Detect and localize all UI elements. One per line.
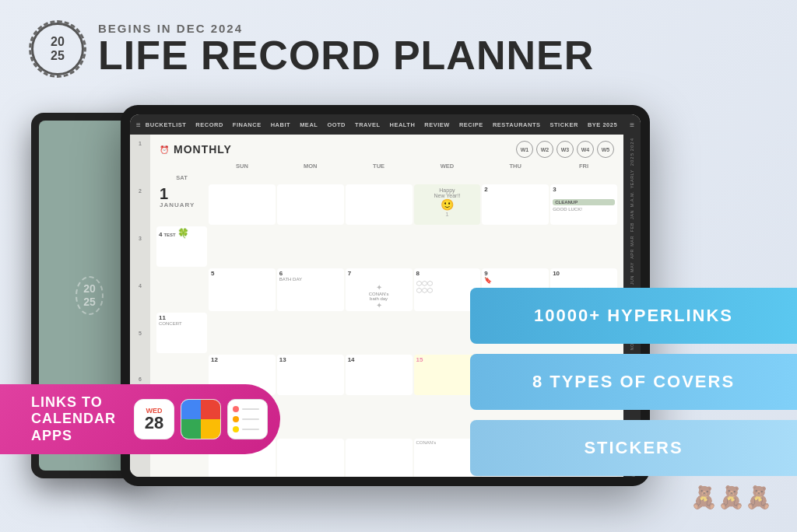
nav-record[interactable]: RECORD (195, 121, 223, 128)
nav-ootd[interactable]: OOTD (327, 121, 346, 128)
sidebar-num-3: 3 (139, 236, 142, 241)
nav-bye2025[interactable]: BYE 2025 (588, 121, 617, 128)
reminder-dot-orange (233, 416, 239, 422)
gcal-q2 (201, 400, 220, 419)
app-icons: WED 28 (134, 399, 268, 439)
promo-pink-banner: LINKS TOCALENDAR APPS WED 28 (0, 384, 280, 454)
day-header-sat: SAT (156, 173, 207, 183)
cleanup-badge: CLEANUP (553, 199, 615, 205)
menu-icon: ≡ (136, 121, 141, 129)
nav-review[interactable]: REVIEW (424, 121, 450, 128)
reminder-line-1 (242, 408, 259, 410)
stickers-text: STICKERS (584, 438, 683, 458)
header-title: LIFE RECORD PLANNER (98, 35, 594, 75)
cal-day-num: 28 (145, 415, 163, 432)
week-pill-w5[interactable]: W5 (597, 141, 614, 158)
sat-num: 4 (159, 231, 162, 238)
day-header-fri: FRI (550, 161, 617, 171)
reminder-dot-red (233, 406, 239, 412)
reminder-line-3 (242, 429, 259, 430)
cal-cell-tue-3: 14 (346, 355, 413, 395)
nav-travel[interactable]: TRAVEL (355, 121, 380, 128)
covers-text: 8 TYPES OF COVERS (532, 372, 735, 392)
cal-label-num: 1 (160, 186, 204, 201)
cal-cell-sun (209, 184, 276, 225)
month-apr: APR (630, 249, 634, 259)
monthly-title: MONTHLY (174, 143, 232, 156)
cal-cell-mon (277, 184, 344, 225)
wed-num: 1 (445, 211, 448, 218)
cal-cell-sat-1: 4 TEST 🍀 (156, 226, 207, 267)
smiley-icon: 🙂 (416, 198, 479, 211)
sidebar-num-2: 2 (139, 188, 142, 194)
nav-habit[interactable]: HABIT (271, 121, 290, 128)
hyperlinks-text: 10000+ HYPERLINKS (534, 306, 733, 326)
cal-cell-wed-1: HappyNew Year!! 🙂 1 (414, 184, 481, 225)
nav-more-icon: ≡ (630, 121, 634, 129)
nav-health[interactable]: HEALTH (390, 121, 416, 128)
nav-restaurants[interactable]: RESTAURANTS (493, 121, 541, 128)
week-pill-w3[interactable]: W3 (556, 141, 574, 158)
gcal-q3 (181, 419, 201, 439)
nav-bucketlist[interactable]: BUCKETLIST (146, 121, 187, 128)
header: 2025 BEGINS IN DEC 2024 LIFE RECORD PLAN… (31, 22, 594, 75)
thu-num: 2 (484, 186, 487, 193)
month-mar: MAR (630, 236, 634, 247)
sidebar-num-6: 6 (139, 376, 142, 382)
month-yearly: YEARLY (630, 170, 634, 188)
cal-cell-tue-4 (346, 439, 413, 477)
conan-bath: CONAN'sbath day (348, 292, 410, 301)
concert-text: CONCERT (159, 321, 205, 326)
week-pill-w1[interactable]: W1 (516, 141, 533, 158)
planner-nav: ≡ BUCKETLIST RECORD FINANCE HABIT MEAL O… (130, 114, 641, 135)
month-jan: JAN (630, 210, 634, 219)
cal-label-2 (156, 268, 207, 311)
happy-text: HappyNew Year!! (416, 187, 479, 198)
bath-day: BATH DAY (279, 277, 342, 282)
wed2-dots: ⬡⬡⬡⬡⬡⬡ (416, 280, 479, 294)
header-text: BEGINS IN DEC 2024 LIFE RECORD PLANNER (98, 22, 594, 75)
apple-calendar-icon: WED 28 (134, 399, 174, 439)
fri-num: 3 (553, 186, 556, 193)
plus-icon: ✦ (348, 283, 410, 292)
cal-row-1: 1 JANUARY HappyNew Year!! 🙂 1 (156, 184, 617, 267)
day-header-wed: WED (414, 161, 481, 171)
cal-cell-tue-2: 7 ✦ CONAN'sbath day ✦ (346, 268, 413, 311)
google-calendar-icon (181, 399, 221, 439)
nav-meal[interactable]: MEAL (300, 121, 318, 128)
nav-finance[interactable]: FINANCE (233, 121, 262, 128)
month-feb: FEB (630, 222, 634, 232)
monthly-header: ⏰ MONTHLY W1 W2 W3 W4 W5 (150, 135, 623, 161)
year-2024: 2024 (630, 138, 634, 151)
cal-cell-fri-1: 3 CLEANUP GOOD LUCK! (550, 184, 617, 225)
day-header-tue: TUE (346, 161, 413, 171)
cal-label-january: 1 JANUARY (156, 184, 207, 225)
month-jun: JUN (630, 275, 634, 285)
plus-icon-2: ✦ (348, 301, 410, 310)
cal-cell-mon-2: 6 BATH DAY (277, 268, 344, 311)
week-pills: W1 W2 W3 W4 W5 (516, 141, 614, 158)
reminder-dot-yellow (233, 426, 239, 432)
week-pill-w4[interactable]: W4 (577, 141, 594, 158)
promo-pink-text: LINKS TOCALENDAR APPS (31, 394, 123, 445)
week-pill-w2[interactable]: W2 (536, 141, 553, 158)
reminder-row-2 (233, 416, 259, 422)
day-header-mon: MON (277, 161, 344, 171)
nav-recipe[interactable]: RECIPE (459, 121, 483, 128)
test-text: TEST (163, 233, 175, 237)
sidebar-num-5: 5 (139, 331, 142, 336)
reminder-row-3 (233, 426, 259, 432)
tablet-back-logo: 2025 (75, 276, 104, 315)
promo-stickers-banner: STICKERS (470, 420, 797, 476)
cal-cell-mon-3: 13 (277, 355, 344, 395)
gcal-q1 (181, 400, 201, 419)
sidebar-num-1: 1 (139, 141, 142, 146)
gcal-q4 (201, 419, 220, 439)
month-may: MAY (630, 262, 634, 272)
clover-icon: 🍀 (177, 228, 189, 239)
reminders-icon (227, 399, 268, 439)
cal-cell-tue (346, 184, 413, 225)
reminder-row-1 (233, 406, 259, 412)
sidebar-num-4: 4 (139, 283, 142, 289)
nav-sticker[interactable]: STICKER (550, 121, 578, 128)
